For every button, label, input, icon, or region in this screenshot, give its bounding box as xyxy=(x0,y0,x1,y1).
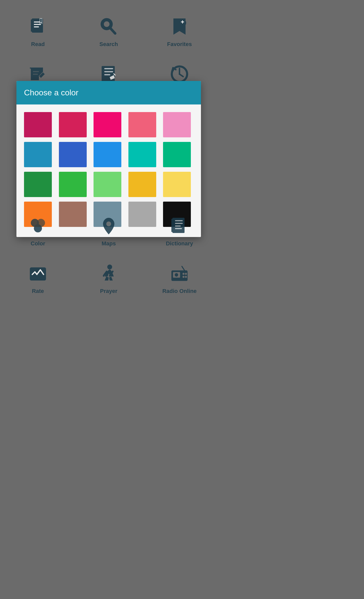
color-swatch-steelblue[interactable] xyxy=(24,142,52,167)
svg-line-25 xyxy=(179,74,183,77)
color-icon xyxy=(27,215,49,237)
maps-item[interactable]: Maps xyxy=(76,209,142,252)
svg-point-44 xyxy=(185,276,187,278)
svg-rect-16 xyxy=(33,74,38,75)
svg-rect-3 xyxy=(34,24,41,25)
color-swatch-magenta[interactable] xyxy=(94,112,121,137)
dictionary-icon xyxy=(168,215,191,237)
maps-label: Maps xyxy=(102,240,116,247)
prayer-icon xyxy=(97,262,120,285)
color-swatch-lightgreen[interactable] xyxy=(94,172,121,197)
svg-rect-20 xyxy=(104,71,113,72)
svg-rect-14 xyxy=(182,20,183,24)
color-swatch-dodgerblue[interactable] xyxy=(94,142,121,167)
radio-item[interactable]: Radio Online xyxy=(147,257,212,300)
color-swatch-darkgreen[interactable] xyxy=(24,172,52,197)
svg-rect-31 xyxy=(171,219,174,232)
svg-point-45 xyxy=(174,273,178,277)
background-grid: Read Search Favorites xyxy=(0,0,217,63)
color-swatch-lightpink[interactable] xyxy=(163,112,191,137)
svg-point-42 xyxy=(183,276,185,278)
color-swatch-emerald[interactable] xyxy=(163,142,191,167)
color-swatch-teal[interactable] xyxy=(128,142,156,167)
svg-rect-35 xyxy=(175,228,182,229)
svg-rect-34 xyxy=(175,225,180,226)
prayer-label: Prayer xyxy=(100,288,118,294)
favorites-icon xyxy=(168,15,191,38)
svg-rect-33 xyxy=(175,223,183,224)
svg-rect-15 xyxy=(33,71,39,72)
svg-line-11 xyxy=(110,28,115,34)
read-label: Read xyxy=(31,41,45,48)
read-icon xyxy=(27,15,49,38)
color-label: Color xyxy=(31,240,45,247)
prayer-item[interactable]: Prayer xyxy=(76,257,142,300)
search-icon xyxy=(97,15,120,38)
color-swatch-rose[interactable] xyxy=(59,112,87,137)
svg-point-37 xyxy=(107,265,112,269)
dictionary-item[interactable]: Dictionary xyxy=(147,209,212,252)
modal-header: Choose a color xyxy=(16,81,201,104)
svg-line-38 xyxy=(182,266,185,270)
search-label: Search xyxy=(99,41,118,48)
bottom-grid-2: Rate Prayer xyxy=(0,257,217,300)
read-item[interactable]: Read xyxy=(5,10,71,53)
rate-icon xyxy=(27,262,49,285)
svg-point-28 xyxy=(34,224,42,232)
color-swatch-hotpink[interactable] xyxy=(128,112,156,137)
maps-icon xyxy=(97,215,120,237)
radio-icon xyxy=(168,262,191,285)
color-swatch-royalblue[interactable] xyxy=(59,142,87,167)
modal-title: Choose a color xyxy=(24,88,78,97)
favorites-label: Favorites xyxy=(167,41,192,48)
favorites-item[interactable]: Favorites xyxy=(147,10,212,53)
bottom-grid-1: Color Maps Dictionary xyxy=(0,209,217,252)
color-item[interactable]: Color xyxy=(5,209,71,252)
svg-point-43 xyxy=(185,273,187,275)
svg-rect-1 xyxy=(31,19,33,32)
color-swatch-amber[interactable] xyxy=(128,172,156,197)
dictionary-label: Dictionary xyxy=(166,240,193,247)
svg-rect-21 xyxy=(104,74,110,75)
radio-label: Radio Online xyxy=(162,288,197,294)
color-swatch-yellow[interactable] xyxy=(163,172,191,197)
svg-rect-19 xyxy=(104,68,113,69)
svg-point-41 xyxy=(183,273,185,275)
search-item[interactable]: Search xyxy=(76,10,142,53)
svg-point-29 xyxy=(106,221,111,226)
rate-label: Rate xyxy=(32,288,44,294)
rate-item[interactable]: Rate xyxy=(5,257,71,300)
svg-rect-32 xyxy=(175,220,183,221)
svg-rect-30 xyxy=(172,218,185,233)
svg-point-10 xyxy=(104,21,109,27)
color-swatch-crimson[interactable] xyxy=(24,112,52,137)
svg-rect-4 xyxy=(34,26,39,27)
color-swatch-green[interactable] xyxy=(59,172,87,197)
